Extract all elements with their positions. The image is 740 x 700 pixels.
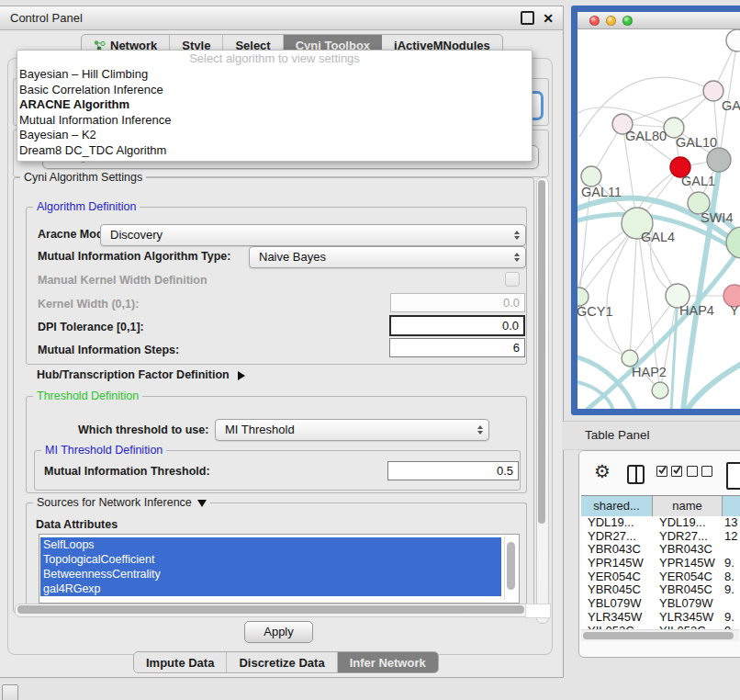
kernel-width-label: Kernel Width (0,1):	[38, 298, 139, 310]
mi-type-combo[interactable]: Naive Bayes	[249, 246, 526, 268]
list-scrollbar[interactable]	[504, 536, 517, 600]
chevron-right-icon	[238, 371, 245, 380]
table-cell: 9.	[723, 557, 740, 570]
data-attribute-item[interactable]: TopologicalCoefficient	[40, 552, 501, 567]
combo-arrows-icon	[514, 231, 520, 240]
deselect-all-icon[interactable]	[687, 466, 712, 477]
table-cell: YPR145W	[581, 557, 653, 570]
table-row[interactable]: YBR045CYBR045C9.	[581, 583, 740, 597]
control-panel-titlebar: Control Panel ✕	[0, 6, 563, 30]
chevron-down-icon	[197, 500, 207, 507]
manual-kernel-checkbox[interactable]	[505, 272, 520, 287]
select-all-icon[interactable]	[656, 466, 682, 477]
data-attribute-item[interactable]: gal4RGexp	[40, 581, 501, 596]
algorithm-dropdown-popup: Select algorithm to view settings Bayesi…	[17, 50, 533, 162]
control-panel-window: Control Panel ✕ NetworkStyleSelectCyni T…	[0, 6, 564, 678]
settings-vertical-scrollbar[interactable]	[536, 177, 549, 624]
table-row[interactable]: YBL079WYBL079W	[581, 597, 740, 611]
tab-discretize-data[interactable]: Discretize Data	[227, 652, 337, 672]
tab-infer-network[interactable]: Infer Network	[338, 652, 438, 672]
algorithm-option-mutual-information-inference[interactable]: Mutual Information Inference	[17, 113, 532, 129]
column-header-shared[interactable]: shared...	[581, 496, 653, 517]
which-threshold-label: Which threshold to use:	[78, 423, 208, 436]
network-node[interactable]	[707, 148, 731, 172]
settings-gear-icon[interactable]: ⚙	[594, 459, 611, 483]
mi-threshold-group-title: MI Threshold Definition	[41, 444, 166, 457]
node-label-gal80: GAL80	[625, 129, 667, 143]
settings-horizontal-scrollbar[interactable]	[15, 604, 536, 617]
mi-threshold-field[interactable]: 0.5	[387, 461, 519, 480]
network-node[interactable]	[652, 382, 668, 399]
table-row[interactable]: YBR043CYBR043C	[581, 543, 740, 557]
algorithm-option-aracne-algorithm[interactable]: ARACNE Algorithm	[17, 97, 532, 113]
zoom-window-icon[interactable]	[622, 16, 633, 26]
file-icon[interactable]	[726, 462, 740, 490]
data-attribute-item[interactable]: SelfLoops	[40, 537, 501, 552]
table-row[interactable]: YPR145WYPR145W9.	[581, 557, 740, 570]
table-cell: YBL079W	[581, 597, 653, 611]
kernel-width-field[interactable]: 0.0	[390, 293, 525, 312]
table-row[interactable]: YDL19...YDL19...13	[581, 516, 740, 530]
mi-steps-label: Mutual Information Steps:	[38, 344, 179, 356]
network-node[interactable]	[726, 29, 740, 51]
table-horizontal-scrollbar[interactable]	[581, 629, 739, 641]
dropdown-items: Bayesian – Hill ClimbingBasic Correlatio…	[17, 67, 532, 159]
network-node[interactable]	[726, 227, 740, 258]
table-cell: YBR045C	[653, 583, 723, 597]
table-panel-title: Table Panel	[585, 428, 650, 442]
settings-hscroll-thumb[interactable]	[17, 605, 524, 614]
network-edge-highlighted[interactable]	[687, 365, 740, 409]
algorithm-option-bayesian-k2[interactable]: Bayesian – K2	[17, 128, 532, 143]
algorithm-definition-title: Algorithm Definition	[33, 200, 140, 214]
node-label-gal4: GAL4	[641, 230, 675, 244]
table-cell: YDR27...	[653, 530, 723, 544]
node-label-hap2: HAP2	[632, 365, 667, 379]
manual-kernel-label: Manual Kernel Width Definition	[38, 274, 207, 287]
network-graph[interactable]: GALGAL80GAL10GAL1GAL11SWI4GAL4GCY1HAP4YH…	[577, 29, 740, 409]
settings-vscroll-thumb[interactable]	[538, 180, 545, 524]
minimized-panel-icon[interactable]	[2, 684, 18, 700]
algorithm-option-dream8-dc-tdc-algorithm[interactable]: Dream8 DC_TDC Algorithm	[17, 143, 532, 159]
dpi-tolerance-field[interactable]: 0.0	[389, 315, 525, 336]
algorithm-option-basic-correlation-inference[interactable]: Basic Correlation Inference	[17, 83, 532, 98]
table-cell: YER054C	[581, 570, 653, 584]
aracne-mode-combo[interactable]: Discovery	[100, 224, 526, 246]
hub-definition-toggle[interactable]: Hub/Transcription Factor Definition	[37, 368, 245, 381]
table-cell: YDR27...	[581, 530, 653, 544]
network-node-gcy1[interactable]	[577, 288, 589, 306]
data-attribute-item[interactable]: BetweennessCentrality	[40, 567, 501, 581]
table-toolbar: ⚙	[579, 451, 740, 493]
tab-label: Discretize Data	[239, 656, 324, 670]
list-scrollbar-thumb[interactable]	[507, 542, 515, 590]
network-edge[interactable]	[630, 223, 637, 358]
sources-group-title[interactable]: Sources for Network Inference	[33, 496, 210, 510]
table-hscroll-thumb[interactable]	[583, 632, 734, 639]
network-view-window[interactable]: GALGAL80GAL10GAL1GAL11SWI4GAL4GCY1HAP4YH…	[571, 6, 740, 415]
close-window-icon[interactable]	[589, 16, 600, 26]
table-row[interactable]: YLR345WYLR345W9.	[581, 611, 740, 625]
close-panel-icon[interactable]: ✕	[543, 12, 554, 25]
apply-button[interactable]: Apply	[244, 621, 313, 643]
table-row[interactable]: YER054CYER054C8.	[581, 570, 740, 584]
network-node-gal11[interactable]	[581, 166, 601, 186]
scrollbar-corner	[525, 604, 551, 618]
data-attributes-list: SelfLoopsTopologicalCoefficientBetweenne…	[40, 537, 501, 596]
node-label-hap4: HAP4	[679, 303, 714, 318]
minimize-window-icon[interactable]	[606, 16, 616, 26]
table-cell: YDL19...	[653, 516, 723, 530]
data-attributes-listbox[interactable]: SelfLoopsTopologicalCoefficientBetweenne…	[39, 534, 520, 604]
which-threshold-combo[interactable]: MI Threshold	[215, 419, 489, 441]
network-node-gal[interactable]	[703, 81, 723, 101]
split-columns-icon[interactable]	[627, 465, 645, 484]
table-row[interactable]: YDR27...YDR27...12	[581, 530, 740, 544]
table-cell: YBL079W	[653, 597, 723, 611]
mi-steps-field[interactable]: 6	[389, 338, 525, 357]
float-panel-icon[interactable]	[521, 11, 534, 25]
table-cell: 9.	[723, 611, 740, 625]
column-header-name[interactable]: name	[653, 496, 723, 517]
network-canvas[interactable]: GALGAL80GAL10GAL1GAL11SWI4GAL4GCY1HAP4YH…	[577, 29, 740, 409]
algorithm-option-bayesian-hill-climbing[interactable]: Bayesian – Hill Climbing	[17, 67, 532, 83]
table-header-row: shared...name	[581, 495, 740, 518]
tab-impute-data[interactable]: Impute Data	[134, 652, 227, 672]
column-header-col2[interactable]	[723, 496, 740, 517]
